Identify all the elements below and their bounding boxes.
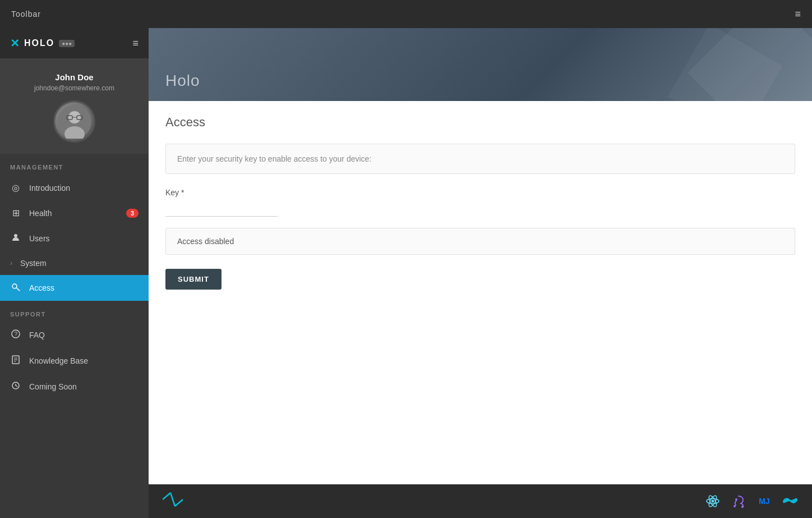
sidebar-item-users[interactable]: Users xyxy=(0,226,149,251)
page-content: Access Enter your security key to enable… xyxy=(149,101,812,484)
key-label: Key * xyxy=(165,188,795,197)
sidebar-item-label: Users xyxy=(29,234,139,243)
key-field: Key * xyxy=(165,188,795,217)
mui-icon: MJ xyxy=(756,493,772,509)
footer-logo xyxy=(163,492,183,511)
sidebar-item-label: Coming Soon xyxy=(29,382,139,391)
user-profile: John Doe johndoe@somewhere.com xyxy=(0,58,149,154)
redux-icon xyxy=(731,493,746,509)
sidebar-item-label: System xyxy=(20,259,139,268)
sidebar-logo-area: ✕ HOLO ●●● xyxy=(10,36,75,50)
sidebar-item-label: Introduction xyxy=(29,184,139,192)
svg-point-27 xyxy=(741,506,744,508)
sidebar-item-label: Access xyxy=(29,283,139,292)
info-box: Enter your security key to enable access… xyxy=(165,144,795,174)
svg-line-20 xyxy=(170,493,175,506)
svg-point-6 xyxy=(14,234,17,237)
hero-banner: Holo xyxy=(149,28,812,101)
sidebar-item-introduction[interactable]: ◎ Introduction xyxy=(0,175,149,200)
sidebar-header: ✕ HOLO ●●● ≡ xyxy=(0,28,149,58)
sidebar-item-system[interactable]: › System xyxy=(0,251,149,275)
logo-icon: ✕ xyxy=(10,36,20,50)
submit-button[interactable]: SUBMIT xyxy=(165,269,222,290)
status-box: Access disabled xyxy=(165,228,795,255)
svg-text:?: ? xyxy=(15,331,18,337)
footer: MJ xyxy=(149,484,812,518)
hero-title: Holo xyxy=(165,72,200,90)
svg-line-9 xyxy=(18,289,19,290)
sidebar-item-label: FAQ xyxy=(29,331,139,340)
react-icon xyxy=(705,493,721,509)
svg-line-19 xyxy=(163,493,170,499)
sidebar-item-knowledge-base[interactable]: Knowledge Base xyxy=(0,348,149,374)
health-icon: ⊞ xyxy=(10,208,21,218)
sidebar-item-health[interactable]: ⊞ Health 3 xyxy=(0,200,149,226)
tailwind-icon xyxy=(782,493,798,509)
support-section-label: SUPPORT xyxy=(0,301,149,322)
faq-icon: ? xyxy=(10,329,21,341)
avatar-image xyxy=(55,102,94,141)
knowledge-base-icon xyxy=(10,355,21,366)
logo-text: HOLO xyxy=(24,38,54,48)
info-box-text: Enter your security key to enable access… xyxy=(177,154,783,163)
toolbar-menu-icon[interactable]: ≡ xyxy=(795,8,801,20)
footer-icons: MJ xyxy=(705,493,798,509)
user-email: johndoe@somewhere.com xyxy=(34,84,114,92)
status-text: Access disabled xyxy=(177,237,234,246)
sidebar-item-label: Knowledge Base xyxy=(29,356,139,365)
toolbar: Toolbar ≡ xyxy=(0,0,812,28)
sidebar: ✕ HOLO ●●● ≡ John Doe johndoe@somewhere.… xyxy=(0,28,149,518)
svg-line-21 xyxy=(175,499,183,506)
main-layout: ✕ HOLO ●●● ≡ John Doe johndoe@somewhere.… xyxy=(0,28,812,518)
avatar xyxy=(53,100,95,143)
svg-line-18 xyxy=(16,386,17,387)
content-card: Access Enter your security key to enable… xyxy=(149,101,812,484)
page-heading: Access xyxy=(165,115,795,130)
user-name: John Doe xyxy=(55,72,93,82)
introduction-icon: ◎ xyxy=(10,182,21,193)
svg-point-25 xyxy=(712,500,714,503)
sidebar-item-coming-soon[interactable]: Coming Soon xyxy=(0,374,149,400)
logo-badge: ●●● xyxy=(59,40,75,47)
coming-soon-icon xyxy=(10,381,21,392)
content-area: Holo Access Enter your security key to e… xyxy=(149,28,812,518)
chevron-icon: › xyxy=(10,259,12,267)
management-section-label: MANAGEMENT xyxy=(0,154,149,175)
hamburger-icon[interactable]: ≡ xyxy=(132,38,139,49)
users-icon xyxy=(10,233,21,244)
sidebar-item-label: Health xyxy=(29,209,118,218)
health-badge: 3 xyxy=(126,209,139,218)
svg-point-26 xyxy=(735,498,737,501)
sidebar-item-access[interactable]: Access xyxy=(0,275,149,301)
toolbar-title: Toolbar xyxy=(11,10,41,19)
sidebar-item-faq[interactable]: ? FAQ xyxy=(0,322,149,348)
svg-point-28 xyxy=(733,505,736,507)
key-input[interactable] xyxy=(165,201,278,217)
access-key-icon xyxy=(10,282,21,294)
